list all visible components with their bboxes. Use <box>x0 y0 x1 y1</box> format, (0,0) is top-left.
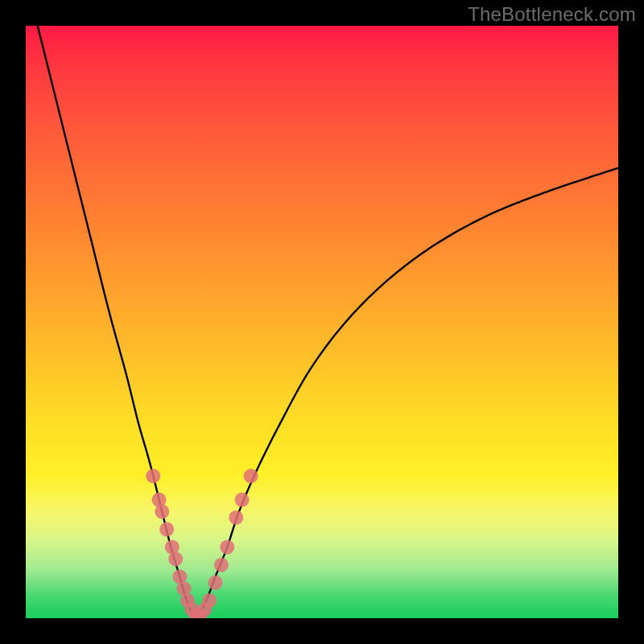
marker-dot <box>168 551 183 566</box>
curve-layer <box>26 26 618 618</box>
marker-dot <box>229 510 243 525</box>
marker-dot <box>159 522 174 537</box>
marker-dot <box>146 469 160 483</box>
watermark-text: TheBottleneck.com <box>468 3 636 26</box>
marker-dot <box>208 576 223 590</box>
marker-dot <box>214 558 229 572</box>
marker-dot <box>235 493 250 507</box>
marker-dot <box>202 593 217 608</box>
marker-dot <box>244 469 258 483</box>
chart-frame: TheBottleneck.com <box>0 0 644 644</box>
marker-dot <box>220 540 234 555</box>
plot-area <box>26 26 618 618</box>
marker-dot <box>155 505 169 519</box>
curve-right-branch <box>196 168 618 618</box>
